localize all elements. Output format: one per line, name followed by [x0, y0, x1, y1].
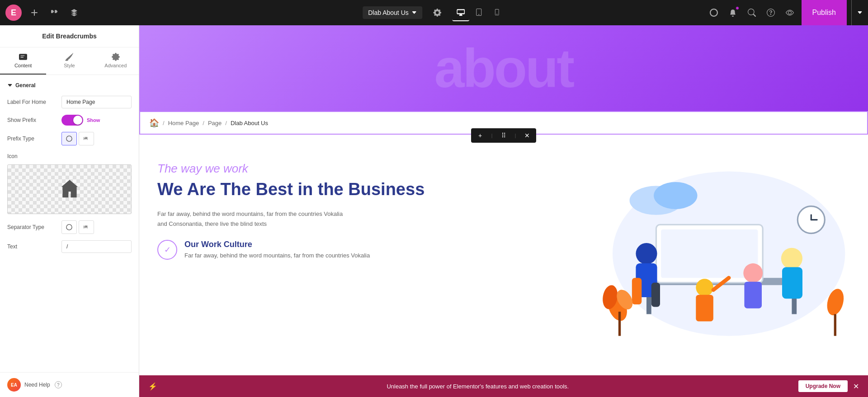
svg-rect-12	[632, 278, 642, 304]
separator-icon-btn[interactable]	[61, 220, 77, 234]
sidebar: Edit Breadcrumbs Content Style Advanced …	[0, 25, 139, 397]
content-left: The way we work We Are The Best in the B…	[157, 162, 579, 261]
svg-rect-27	[618, 312, 621, 336]
sidebar-content: General Label For Home Show Prefix Show	[0, 75, 139, 372]
page-title-dropdown[interactable]: Dlab About Us	[363, 6, 422, 19]
svg-point-4	[654, 182, 697, 209]
svg-point-19	[781, 248, 802, 269]
layers-button[interactable]	[67, 5, 81, 20]
svg-rect-13	[651, 283, 660, 307]
svg-rect-9	[661, 229, 758, 278]
prefix-type-icon-btn[interactable]	[61, 132, 77, 145]
svg-rect-20	[782, 267, 802, 299]
bc-sep-2: |	[510, 130, 521, 141]
icon-preview[interactable]	[7, 164, 132, 214]
sidebar-tabs: Content Style Advanced	[0, 47, 139, 75]
bc-sep-1: |	[486, 130, 497, 141]
bc-add-btn[interactable]: +	[475, 130, 486, 141]
separator-type-label: Separator Type	[7, 224, 61, 230]
breadcrumb-item-current: Dlab About Us	[231, 120, 268, 126]
tab-style[interactable]: Style	[46, 47, 92, 75]
svg-rect-15	[696, 295, 713, 322]
text-field-label: Text	[7, 243, 61, 250]
general-section-header[interactable]: General	[7, 82, 132, 89]
breadcrumb-item-home[interactable]: Home Page	[168, 120, 199, 126]
svg-point-10	[636, 243, 657, 264]
prefix-type-label: Prefix Type	[7, 135, 61, 142]
publish-button[interactable]: Publish	[802, 0, 847, 25]
show-prefix-toggle[interactable]	[61, 115, 83, 126]
svg-rect-29	[834, 314, 836, 336]
breadcrumb-sep-1: /	[163, 120, 165, 126]
need-help-avatar: EA	[7, 378, 21, 392]
avatar-initials: EA	[11, 383, 17, 388]
label-for-home-label: Label For Home	[7, 99, 61, 105]
mobile-button[interactable]	[488, 4, 505, 21]
elementor-bottom-icon: ⚡	[148, 382, 157, 391]
text-field-input[interactable]	[61, 240, 132, 253]
main-area: Edit Breadcrumbs Content Style Advanced …	[0, 25, 868, 397]
upgrade-button[interactable]: Upgrade Now	[798, 380, 848, 392]
bc-close-btn[interactable]: ✕	[522, 130, 533, 141]
breadcrumb-item-page[interactable]: Page	[208, 120, 222, 126]
label-for-home-value	[61, 96, 132, 108]
publish-dropdown-arrow[interactable]	[851, 0, 863, 25]
hero-banner: about	[139, 25, 868, 111]
svg-point-17	[743, 263, 763, 283]
breadcrumb-bar[interactable]: 🏠 / Home Page / Page / Dlab About Us + |…	[139, 111, 868, 135]
bottom-bar-close[interactable]: ✕	[853, 382, 859, 391]
tab-content-label: Content	[14, 63, 32, 68]
prefix-type-text-btn[interactable]	[79, 132, 94, 145]
culture-icon: ✓	[157, 240, 177, 260]
culture-text: Far far away, behind the word mountains,…	[184, 251, 370, 261]
tab-content[interactable]: Content	[0, 47, 46, 75]
text-field-value	[61, 240, 132, 253]
bottom-bar-message: Unleash the full power of Elementor's fe…	[163, 383, 793, 390]
content-right	[579, 162, 850, 346]
culture-section: ✓ Our Work Culture Far far away, behind …	[157, 240, 561, 261]
svg-rect-18	[744, 282, 762, 308]
breadcrumb-controls: + | ⠿ | ✕	[471, 128, 536, 143]
toggle-knob	[73, 116, 82, 125]
show-prefix-toggle-label: Show	[87, 117, 100, 123]
eye-icon[interactable]	[783, 5, 797, 20]
search-icon[interactable]	[745, 5, 759, 20]
controls-button[interactable]	[47, 5, 61, 20]
text-field-row: Text	[7, 240, 132, 253]
need-help-question-icon[interactable]: ?	[55, 381, 62, 388]
prefix-type-value	[61, 132, 132, 145]
breadcrumb-sep-3: /	[225, 120, 227, 126]
need-help-text[interactable]: Need Help	[24, 382, 50, 388]
tab-advanced[interactable]: Advanced	[93, 47, 139, 75]
separator-text-btn[interactable]	[79, 220, 94, 234]
svg-point-0	[66, 136, 72, 141]
separator-type-row: Separator Type	[7, 220, 132, 234]
page-title-text: Dlab About Us	[368, 9, 409, 16]
culture-text-area: Our Work Culture Far far away, behind th…	[184, 240, 370, 261]
prefix-type-row: Prefix Type	[7, 132, 132, 145]
settings-button[interactable]	[429, 5, 445, 20]
body-text: Far far away, behind the word mountains,…	[157, 209, 347, 229]
rocket-icon[interactable]	[707, 5, 721, 20]
content-section: The way we work We Are The Best in the B…	[139, 135, 868, 375]
help-icon[interactable]	[764, 5, 778, 20]
elementor-logo[interactable]: E	[5, 5, 22, 21]
breadcrumb-home-icon: 🏠	[149, 118, 159, 128]
add-element-button[interactable]	[27, 5, 42, 20]
canvas: about 🏠 / Home Page / Page / Dlab About …	[139, 25, 868, 397]
show-prefix-value: Show	[61, 115, 132, 126]
general-label: General	[15, 82, 36, 89]
hero-bg-text: about	[434, 37, 573, 99]
tablet-button[interactable]	[470, 4, 487, 21]
desktop-button[interactable]	[452, 4, 469, 21]
label-for-home-input[interactable]	[61, 96, 132, 108]
bc-move-btn[interactable]: ⠿	[498, 130, 509, 141]
show-prefix-row: Show Prefix Show	[7, 115, 132, 126]
icon-label-row: Icon	[7, 152, 132, 160]
bottom-bar: ⚡ Unleash the full power of Elementor's …	[139, 375, 868, 397]
top-bar-right: Publish	[707, 0, 863, 25]
bell-icon[interactable]	[726, 5, 740, 20]
icon-label: Icon	[7, 153, 18, 159]
the-way-text: The way we work	[157, 162, 561, 176]
culture-title: Our Work Culture	[184, 240, 370, 249]
